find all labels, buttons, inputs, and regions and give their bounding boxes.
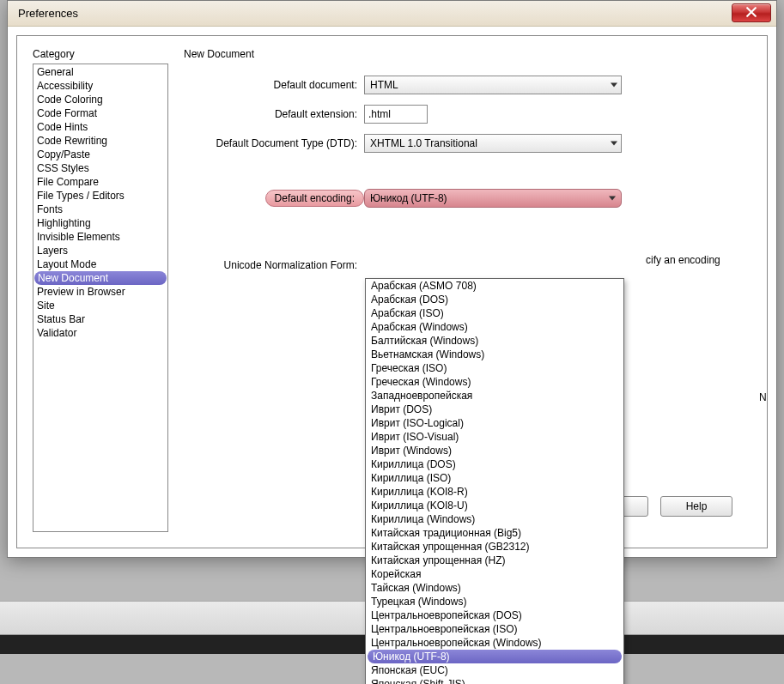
default-document-value: HTML (370, 79, 398, 91)
encoding-option[interactable]: Японская (Shift-JIS) (366, 677, 623, 684)
default-extension-label: Default extension: (184, 108, 364, 120)
section-title: New Document (184, 48, 751, 60)
encoding-option[interactable]: Западноевропейская (366, 389, 623, 403)
encoding-option[interactable]: Корейская (366, 567, 623, 581)
dtd-select[interactable]: XHTML 1.0 Transitional (364, 134, 622, 153)
titlebar[interactable]: Preferences (8, 1, 776, 27)
encoding-dropdown-list[interactable]: Арабская (ASMO 708)Арабская (DOS)Арабска… (365, 278, 624, 684)
close-icon (746, 7, 757, 20)
encoding-option[interactable]: Японская (EUC) (366, 663, 623, 677)
encoding-option[interactable]: Китайская упрощенная (GB2312) (366, 540, 623, 554)
encoding-option[interactable]: Арабская (Windows) (366, 320, 623, 334)
encoding-option[interactable]: Иврит (DOS) (366, 403, 623, 416)
chevron-down-icon (611, 142, 617, 146)
encoding-option[interactable]: Китайская упрощенная (HZ) (366, 554, 623, 567)
category-item[interactable]: Code Hints (33, 120, 167, 134)
encoding-option[interactable]: Кириллица (KOI8-R) (366, 485, 623, 499)
category-item[interactable]: Layout Mode (33, 257, 167, 271)
default-encoding-select[interactable]: Юникод (UTF-8) (364, 189, 622, 208)
encoding-option[interactable]: Центральноевропейская (ISO) (366, 622, 623, 636)
category-item[interactable]: Layers (33, 244, 167, 257)
encoding-option[interactable]: Арабская (ISO) (366, 306, 623, 320)
category-item[interactable]: File Types / Editors (33, 189, 167, 203)
category-item[interactable]: Highlighting (33, 216, 167, 230)
category-item[interactable]: General (33, 65, 167, 79)
encoding-hint-text: cify an encoding (646, 254, 720, 266)
encoding-option[interactable]: Иврит (ISO-Visual) (366, 430, 623, 444)
category-item[interactable]: CSS Styles (33, 161, 167, 175)
normalization-label: Unicode Normalization Form: (184, 259, 364, 271)
help-button[interactable]: Help (660, 496, 732, 517)
encoding-option[interactable]: Иврит (Windows) (366, 444, 623, 457)
encoding-option[interactable]: Греческая (Windows) (366, 375, 623, 389)
dtd-value: XHTML 1.0 Transitional (370, 137, 477, 149)
encoding-option[interactable]: Кириллица (ISO) (366, 471, 623, 485)
category-item[interactable]: Fonts (33, 203, 167, 216)
category-list[interactable]: GeneralAccessibilityCode ColoringCode Fo… (33, 64, 168, 532)
chevron-down-icon (611, 83, 617, 88)
window-title: Preferences (18, 7, 78, 20)
default-document-select[interactable]: HTML (364, 76, 622, 94)
encoding-option[interactable]: Арабская (ASMO 708) (366, 279, 623, 293)
category-item[interactable]: Copy/Paste (33, 148, 167, 161)
encoding-option[interactable]: Вьетнамская (Windows) (366, 348, 623, 361)
category-item[interactable]: Code Coloring (33, 93, 167, 106)
help-button-label: Help (686, 500, 708, 512)
encoding-option[interactable]: Тайская (Windows) (366, 581, 623, 595)
encoding-option[interactable]: Греческая (ISO) (366, 361, 623, 375)
category-item[interactable]: Invisible Elements (33, 230, 167, 244)
dtd-label: Default Document Type (DTD): (184, 137, 364, 149)
hint-n: N (759, 391, 767, 403)
default-extension-value: .html (368, 108, 391, 120)
default-document-label: Default document: (184, 79, 364, 91)
encoding-option[interactable]: Арабская (DOS) (366, 293, 623, 306)
chevron-down-icon (609, 197, 616, 201)
encoding-option[interactable]: Кириллица (KOI8-U) (366, 499, 623, 512)
default-encoding-value: Юникод (UTF-8) (370, 192, 447, 204)
category-item[interactable]: Status Bar (33, 312, 167, 326)
category-item[interactable]: Code Format (33, 106, 167, 120)
encoding-option[interactable]: Иврит (ISO-Logical) (366, 416, 623, 430)
category-item[interactable]: Code Rewriting (33, 134, 167, 148)
encoding-option[interactable]: Центральноевропейская (Windows) (366, 636, 623, 650)
encoding-option[interactable]: Кириллица (DOS) (366, 457, 623, 471)
category-item[interactable]: File Compare (33, 175, 167, 189)
category-item[interactable]: Site (33, 299, 167, 312)
encoding-option[interactable]: Юникод (UTF-8) (368, 650, 622, 663)
encoding-option[interactable]: Китайская традиционная (Big5) (366, 526, 623, 540)
encoding-option[interactable]: Центральноевропейская (DOS) (366, 608, 623, 622)
default-encoding-label: Default encoding: (265, 190, 364, 207)
category-item[interactable]: Preview in Browser (33, 285, 167, 299)
category-item[interactable]: Accessibility (33, 79, 167, 93)
default-extension-input[interactable]: .html (364, 105, 428, 124)
category-item[interactable]: New Document (34, 271, 167, 285)
encoding-option[interactable]: Балтийская (Windows) (366, 334, 623, 348)
encoding-option[interactable]: Кириллица (Windows) (366, 512, 623, 526)
encoding-option[interactable]: Турецкая (Windows) (366, 595, 623, 608)
category-item[interactable]: Validator (33, 326, 167, 340)
close-button[interactable] (732, 3, 771, 22)
category-label: Category (33, 48, 168, 60)
